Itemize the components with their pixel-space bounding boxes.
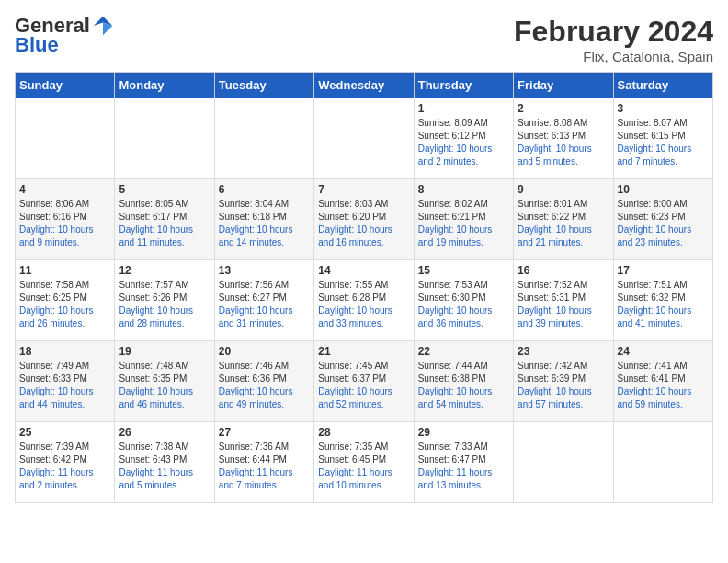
day-number: 19 <box>119 345 210 358</box>
day-number: 4 <box>19 183 110 196</box>
day-cell <box>214 98 313 179</box>
day-info: Sunrise: 7:45 AMSunset: 6:37 PMDaylight:… <box>318 360 409 411</box>
day-number: 5 <box>119 183 210 196</box>
day-cell <box>613 422 712 503</box>
day-info: Sunrise: 7:42 AMSunset: 6:39 PMDaylight:… <box>518 360 609 411</box>
day-number: 28 <box>318 426 409 439</box>
day-info: Sunrise: 7:46 AMSunset: 6:36 PMDaylight:… <box>219 360 310 411</box>
day-number: 16 <box>518 264 609 277</box>
day-cell: 24Sunrise: 7:41 AMSunset: 6:41 PMDayligh… <box>613 341 712 422</box>
weekday-header-row: SundayMondayTuesdayWednesdayThursdayFrid… <box>16 73 713 98</box>
day-number: 20 <box>219 345 310 358</box>
page-header: General Blue February 2024 Flix, Catalon… <box>15 15 713 64</box>
day-info: Sunrise: 8:09 AMSunset: 6:12 PMDaylight:… <box>418 117 509 168</box>
day-number: 13 <box>219 264 310 277</box>
week-row-5: 25Sunrise: 7:39 AMSunset: 6:42 PMDayligh… <box>16 422 713 503</box>
day-cell: 29Sunrise: 7:33 AMSunset: 6:47 PMDayligh… <box>414 422 513 503</box>
day-cell: 20Sunrise: 7:46 AMSunset: 6:36 PMDayligh… <box>214 341 313 422</box>
day-number: 23 <box>518 345 609 358</box>
day-info: Sunrise: 7:56 AMSunset: 6:27 PMDaylight:… <box>219 279 310 330</box>
logo: General Blue <box>15 15 114 57</box>
day-cell: 12Sunrise: 7:57 AMSunset: 6:26 PMDayligh… <box>115 260 214 341</box>
day-info: Sunrise: 8:06 AMSunset: 6:16 PMDaylight:… <box>19 198 110 249</box>
day-info: Sunrise: 8:08 AMSunset: 6:13 PMDaylight:… <box>518 117 609 168</box>
logo-icon <box>92 15 114 37</box>
day-cell: 21Sunrise: 7:45 AMSunset: 6:37 PMDayligh… <box>314 341 414 422</box>
day-number: 24 <box>618 345 709 358</box>
day-number: 8 <box>418 183 509 196</box>
weekday-header-tuesday: Tuesday <box>214 73 313 98</box>
day-number: 27 <box>219 426 310 439</box>
day-cell: 14Sunrise: 7:55 AMSunset: 6:28 PMDayligh… <box>314 260 414 341</box>
day-cell: 26Sunrise: 7:38 AMSunset: 6:43 PMDayligh… <box>115 422 214 503</box>
day-info: Sunrise: 7:41 AMSunset: 6:41 PMDaylight:… <box>618 360 709 411</box>
day-number: 22 <box>418 345 509 358</box>
title-block: February 2024 Flix, Catalonia, Spain <box>514 15 713 64</box>
weekday-header-saturday: Saturday <box>613 73 712 98</box>
day-info: Sunrise: 7:52 AMSunset: 6:31 PMDaylight:… <box>518 279 609 330</box>
day-cell: 10Sunrise: 8:00 AMSunset: 6:23 PMDayligh… <box>613 179 712 260</box>
day-cell: 22Sunrise: 7:44 AMSunset: 6:38 PMDayligh… <box>414 341 513 422</box>
day-info: Sunrise: 7:53 AMSunset: 6:30 PMDaylight:… <box>418 279 509 330</box>
day-number: 2 <box>518 102 609 115</box>
day-cell: 18Sunrise: 7:49 AMSunset: 6:33 PMDayligh… <box>16 341 115 422</box>
day-cell: 2Sunrise: 8:08 AMSunset: 6:13 PMDaylight… <box>514 98 613 179</box>
day-info: Sunrise: 7:39 AMSunset: 6:42 PMDaylight:… <box>19 441 110 492</box>
weekday-header-wednesday: Wednesday <box>314 73 414 98</box>
week-row-3: 11Sunrise: 7:58 AMSunset: 6:25 PMDayligh… <box>16 260 713 341</box>
day-cell: 6Sunrise: 8:04 AMSunset: 6:18 PMDaylight… <box>214 179 313 260</box>
day-info: Sunrise: 7:35 AMSunset: 6:45 PMDaylight:… <box>318 441 409 492</box>
day-cell <box>314 98 414 179</box>
day-cell: 8Sunrise: 8:02 AMSunset: 6:21 PMDaylight… <box>414 179 513 260</box>
day-number: 10 <box>618 183 709 196</box>
calendar-table: SundayMondayTuesdayWednesdayThursdayFrid… <box>15 72 713 503</box>
day-cell <box>16 98 115 179</box>
day-number: 17 <box>618 264 709 277</box>
day-info: Sunrise: 7:36 AMSunset: 6:44 PMDaylight:… <box>219 441 310 492</box>
day-cell: 23Sunrise: 7:42 AMSunset: 6:39 PMDayligh… <box>514 341 613 422</box>
subtitle: Flix, Catalonia, Spain <box>514 49 713 64</box>
day-info: Sunrise: 8:02 AMSunset: 6:21 PMDaylight:… <box>418 198 509 249</box>
day-number: 21 <box>318 345 409 358</box>
day-info: Sunrise: 7:48 AMSunset: 6:35 PMDaylight:… <box>119 360 210 411</box>
day-info: Sunrise: 7:44 AMSunset: 6:38 PMDaylight:… <box>418 360 509 411</box>
day-info: Sunrise: 8:07 AMSunset: 6:15 PMDaylight:… <box>618 117 709 168</box>
day-info: Sunrise: 8:04 AMSunset: 6:18 PMDaylight:… <box>219 198 310 249</box>
day-cell <box>514 422 613 503</box>
day-info: Sunrise: 7:55 AMSunset: 6:28 PMDaylight:… <box>318 279 409 330</box>
day-info: Sunrise: 8:05 AMSunset: 6:17 PMDaylight:… <box>119 198 210 249</box>
day-number: 25 <box>19 426 110 439</box>
day-info: Sunrise: 7:33 AMSunset: 6:47 PMDaylight:… <box>418 441 509 492</box>
week-row-1: 1Sunrise: 8:09 AMSunset: 6:12 PMDaylight… <box>16 98 713 179</box>
day-cell: 25Sunrise: 7:39 AMSunset: 6:42 PMDayligh… <box>16 422 115 503</box>
day-cell: 11Sunrise: 7:58 AMSunset: 6:25 PMDayligh… <box>16 260 115 341</box>
day-cell: 5Sunrise: 8:05 AMSunset: 6:17 PMDaylight… <box>115 179 214 260</box>
day-number: 6 <box>219 183 310 196</box>
main-title: February 2024 <box>514 15 713 49</box>
day-cell: 15Sunrise: 7:53 AMSunset: 6:30 PMDayligh… <box>414 260 513 341</box>
day-cell: 16Sunrise: 7:52 AMSunset: 6:31 PMDayligh… <box>514 260 613 341</box>
day-number: 1 <box>418 102 509 115</box>
day-info: Sunrise: 7:57 AMSunset: 6:26 PMDaylight:… <box>119 279 210 330</box>
day-cell: 17Sunrise: 7:51 AMSunset: 6:32 PMDayligh… <box>613 260 712 341</box>
day-cell: 1Sunrise: 8:09 AMSunset: 6:12 PMDaylight… <box>414 98 513 179</box>
day-info: Sunrise: 8:00 AMSunset: 6:23 PMDaylight:… <box>618 198 709 249</box>
day-cell: 7Sunrise: 8:03 AMSunset: 6:20 PMDaylight… <box>314 179 414 260</box>
day-number: 29 <box>418 426 509 439</box>
day-number: 9 <box>518 183 609 196</box>
day-info: Sunrise: 8:01 AMSunset: 6:22 PMDaylight:… <box>518 198 609 249</box>
week-row-2: 4Sunrise: 8:06 AMSunset: 6:16 PMDaylight… <box>16 179 713 260</box>
day-cell: 4Sunrise: 8:06 AMSunset: 6:16 PMDaylight… <box>16 179 115 260</box>
week-row-4: 18Sunrise: 7:49 AMSunset: 6:33 PMDayligh… <box>16 341 713 422</box>
weekday-header-monday: Monday <box>115 73 214 98</box>
day-cell: 9Sunrise: 8:01 AMSunset: 6:22 PMDaylight… <box>514 179 613 260</box>
day-number: 3 <box>618 102 709 115</box>
day-number: 26 <box>119 426 210 439</box>
day-cell: 13Sunrise: 7:56 AMSunset: 6:27 PMDayligh… <box>214 260 313 341</box>
weekday-header-friday: Friday <box>514 73 613 98</box>
day-info: Sunrise: 8:03 AMSunset: 6:20 PMDaylight:… <box>318 198 409 249</box>
day-cell: 28Sunrise: 7:35 AMSunset: 6:45 PMDayligh… <box>314 422 414 503</box>
day-info: Sunrise: 7:38 AMSunset: 6:43 PMDaylight:… <box>119 441 210 492</box>
day-cell: 27Sunrise: 7:36 AMSunset: 6:44 PMDayligh… <box>214 422 313 503</box>
weekday-header-thursday: Thursday <box>414 73 513 98</box>
